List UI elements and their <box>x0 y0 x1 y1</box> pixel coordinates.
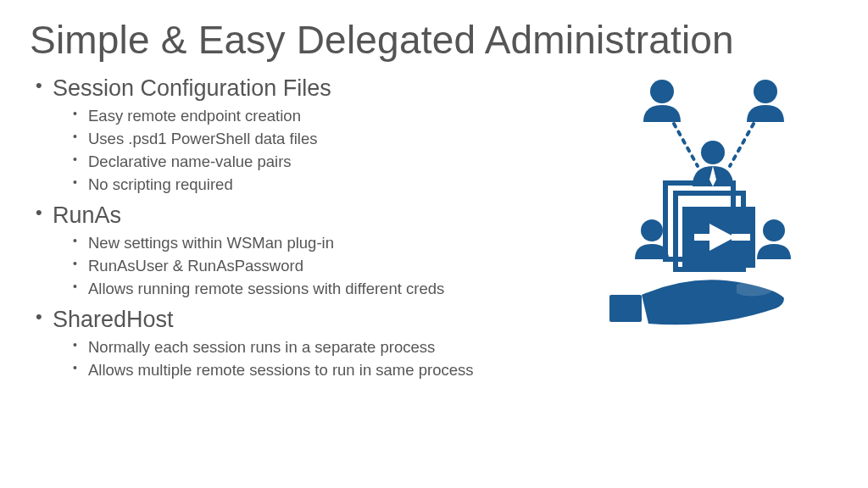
content-row: Session Configuration Files Easy remote … <box>30 73 838 385</box>
list-item: Normally each session runs in a separate… <box>73 336 559 359</box>
sub-list: New settings within WSMan plug-in RunAsU… <box>34 232 559 300</box>
svg-rect-5 <box>694 234 716 241</box>
svg-point-14 <box>763 219 785 241</box>
list-item: New settings within WSMan plug-in <box>73 232 559 255</box>
section-session-config: Session Configuration Files Easy remote … <box>34 73 559 197</box>
section-sharedhost: SharedHost Normally each session runs in… <box>34 304 559 382</box>
svg-point-9 <box>650 80 674 103</box>
list-item: Declarative name-value pairs <box>73 151 559 174</box>
list-item: No scripting required <box>73 174 559 197</box>
svg-point-11 <box>701 141 725 164</box>
list-item: Allows multiple remote sessions to run i… <box>73 359 559 382</box>
slide: Simple & Easy Delegated Administration S… <box>0 0 868 402</box>
graphic-column <box>559 73 838 385</box>
section-heading: Session Configuration Files <box>34 73 559 103</box>
svg-point-10 <box>754 80 777 103</box>
svg-line-8 <box>730 124 754 166</box>
section-heading: SharedHost <box>34 304 559 335</box>
svg-rect-0 <box>609 295 642 322</box>
sub-list: Normally each session runs in a separate… <box>34 336 559 382</box>
text-column: Session Configuration Files Easy remote … <box>30 73 559 385</box>
svg-point-13 <box>641 219 663 241</box>
section-runas: RunAs New settings within WSMan plug-in … <box>34 200 559 301</box>
slide-title: Simple & Easy Delegated Administration <box>30 17 838 63</box>
svg-line-7 <box>674 124 698 166</box>
list-item: Uses .psd1 PowerShell data files <box>73 128 559 151</box>
section-heading: RunAs <box>34 200 559 230</box>
list-item: Easy remote endpoint creation <box>73 105 559 128</box>
sub-list: Easy remote endpoint creation Uses .psd1… <box>34 105 559 196</box>
list-item: Allows running remote sessions with diff… <box>73 278 559 301</box>
svg-rect-6 <box>732 234 750 241</box>
list-item: RunAsUser & RunAsPassword <box>73 255 559 278</box>
delegated-admin-icon <box>584 73 821 344</box>
